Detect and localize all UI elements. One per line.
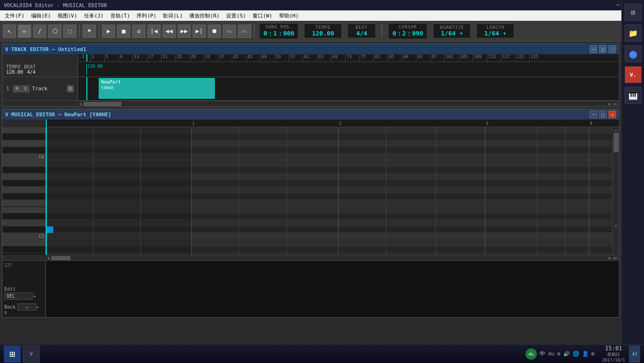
transport-rewind[interactable]: ◀◀	[162, 25, 176, 38]
piano-key-bb3[interactable]	[2, 167, 45, 173]
scroll-left-arrow[interactable]: ◀	[79, 101, 82, 106]
piano-key-db4[interactable]	[2, 147, 45, 154]
taskbar-vocaloid-btn[interactable]: V	[23, 346, 40, 363]
menu-settings[interactable]: 设置(S)	[223, 11, 249, 20]
back-dropdown[interactable]: –	[17, 303, 36, 311]
piano-key-c3[interactable]: C3	[2, 233, 45, 240]
tray-du-icon[interactable]: du	[525, 348, 537, 360]
me-minimize[interactable]: ─	[590, 111, 597, 118]
tray-keyboard-icon[interactable]: du	[548, 351, 554, 357]
transport-r1[interactable]: ↑₁	[223, 25, 236, 38]
sidebar-piano-icon[interactable]: 🎹	[625, 87, 642, 104]
length-value[interactable]: 1/64 ▾	[484, 30, 507, 37]
tray-volume-icon[interactable]: 🔊	[563, 351, 570, 357]
transport-record[interactable]: ⏺	[208, 25, 221, 38]
menu-window[interactable]: 窗口(W)	[250, 11, 275, 20]
tool-pointer[interactable]: ↖	[3, 25, 16, 38]
back-dropdown-arrow[interactable]: ▾	[36, 305, 39, 310]
menu-track[interactable]: 音轨(T)	[108, 11, 133, 20]
tray-person-icon[interactable]: 👤	[582, 351, 589, 357]
solo-button[interactable]: S	[22, 86, 29, 92]
piano-key-e3[interactable]	[2, 207, 45, 213]
scroll-right-arrow[interactable]: ▶	[609, 101, 611, 106]
tray-grid-icon[interactable]: ⊞	[592, 351, 595, 357]
tool-flag[interactable]: ⚑	[83, 25, 96, 38]
tool-select[interactable]: ⬚	[63, 25, 76, 38]
piano-key-a3[interactable]	[2, 173, 45, 180]
vscroll-thumb[interactable]	[614, 133, 619, 152]
transport-forward[interactable]: ▶▶	[178, 25, 191, 38]
transport-next[interactable]: ▶|	[193, 25, 206, 38]
tray-network-icon[interactable]: 🌐	[573, 351, 579, 357]
piano-key-eb3[interactable]	[2, 213, 45, 220]
me-maximize[interactable]: □	[599, 111, 607, 118]
velocity-right-panel[interactable]	[46, 261, 619, 317]
me-scroll-right[interactable]: ▶	[609, 255, 611, 260]
te-minimize[interactable]: ─	[590, 45, 597, 53]
menu-playback[interactable]: 播放控制(R)	[186, 11, 222, 20]
tool-pencil[interactable]: ✏	[18, 25, 31, 38]
track-ms-buttons[interactable]: M S	[13, 86, 29, 92]
show-desktop-button[interactable]: 43	[629, 346, 640, 363]
te-close[interactable]: ✕	[609, 45, 616, 53]
vel-type-dropdown[interactable]: VEL	[4, 293, 33, 300]
me-hscrollbar[interactable]: ◀ ▶ ⏭	[46, 255, 619, 260]
transport-prev[interactable]: |◀	[147, 25, 161, 38]
menu-lyrics[interactable]: 歌词(L)	[160, 11, 186, 20]
musical-editor-controls[interactable]: ─ □ ✕	[590, 111, 616, 118]
track-content[interactable]: NewPart YANHE	[78, 77, 619, 100]
scroll-thumb[interactable]	[84, 102, 121, 106]
menu-view[interactable]: 视图(V)	[55, 11, 80, 20]
scroll-up-arrow[interactable]: ▲	[613, 127, 619, 132]
menu-task[interactable]: 任务(J)	[81, 11, 107, 20]
piano-key-d4[interactable]	[2, 140, 45, 147]
vel-dropdown-arrow[interactable]: ▾	[34, 294, 36, 299]
tool-line[interactable]: /	[33, 25, 46, 38]
me-close[interactable]: ✕	[609, 111, 616, 118]
menu-file[interactable]: 文件(F)	[2, 11, 27, 20]
transport-stop[interactable]: ■	[117, 25, 130, 38]
piano-key-b2[interactable]	[2, 240, 45, 246]
sidebar-windows-icon[interactable]: ⊞	[625, 4, 642, 21]
piano-key-e4[interactable]	[2, 127, 45, 134]
piano-roll-vscrollbar[interactable]: ▲ ▼	[612, 127, 619, 255]
piano-key-db3[interactable]	[2, 226, 45, 233]
te-maximize[interactable]: □	[599, 45, 607, 53]
tool-eraser[interactable]: ⬡	[48, 25, 61, 38]
me-scroll-thumb[interactable]	[51, 256, 70, 260]
sidebar-vocaloid-icon[interactable]: V.	[625, 66, 642, 83]
start-button[interactable]: ⊞	[4, 346, 21, 363]
sidebar-chrome-icon[interactable]: ⬤	[625, 45, 642, 62]
me-scroll-left[interactable]: ◀	[47, 255, 50, 260]
piano-key-g3[interactable]	[2, 187, 45, 193]
track-editor-controls[interactable]: ─ □ ✕	[590, 45, 616, 53]
minimize-button[interactable]: ─	[615, 2, 621, 9]
transport-play[interactable]: ▶	[102, 25, 115, 38]
scroll-down-arrow[interactable]: ▼	[613, 224, 619, 229]
sidebar-folder-icon[interactable]: 📁	[625, 25, 642, 42]
piano-key-b3[interactable]	[2, 160, 45, 167]
piano-key-gb3[interactable]	[2, 193, 45, 200]
piano-key-ab3[interactable]	[2, 180, 45, 187]
tray-settings-icon[interactable]: ⚙	[557, 351, 560, 357]
transport-loop[interactable]: ↺	[132, 25, 145, 38]
note-grid[interactable]	[46, 127, 612, 255]
piano-key-bb2[interactable]	[2, 246, 45, 253]
piano-key-c4[interactable]: C4	[2, 154, 45, 160]
piano-key-f3[interactable]	[2, 200, 45, 207]
track-r-button[interactable]: R	[67, 86, 74, 92]
menu-edit[interactable]: 编辑(E)	[28, 11, 54, 20]
piano-key-d3[interactable]	[2, 220, 45, 226]
menu-help[interactable]: 帮助(H)	[276, 11, 302, 20]
me-scroll-end[interactable]: ⏭	[613, 255, 618, 260]
vscroll-track[interactable]	[613, 153, 619, 224]
mute-button[interactable]: M	[13, 86, 21, 92]
track-hscrollbar[interactable]: ◀ ▶ ⏭	[78, 101, 619, 106]
vel-dropdown-row[interactable]: VEL ▾	[4, 293, 43, 300]
transport-r2[interactable]: ↑₂	[238, 25, 251, 38]
menu-sequence[interactable]: 序列(P)	[134, 11, 159, 20]
scroll-end-arrow[interactable]: ⏭	[613, 101, 618, 106]
part-block-newpart[interactable]: NewPart YANHE	[99, 78, 215, 99]
quantize-value[interactable]: 1/64 ▾	[441, 30, 463, 37]
piano-key-eb4[interactable]	[2, 134, 45, 140]
